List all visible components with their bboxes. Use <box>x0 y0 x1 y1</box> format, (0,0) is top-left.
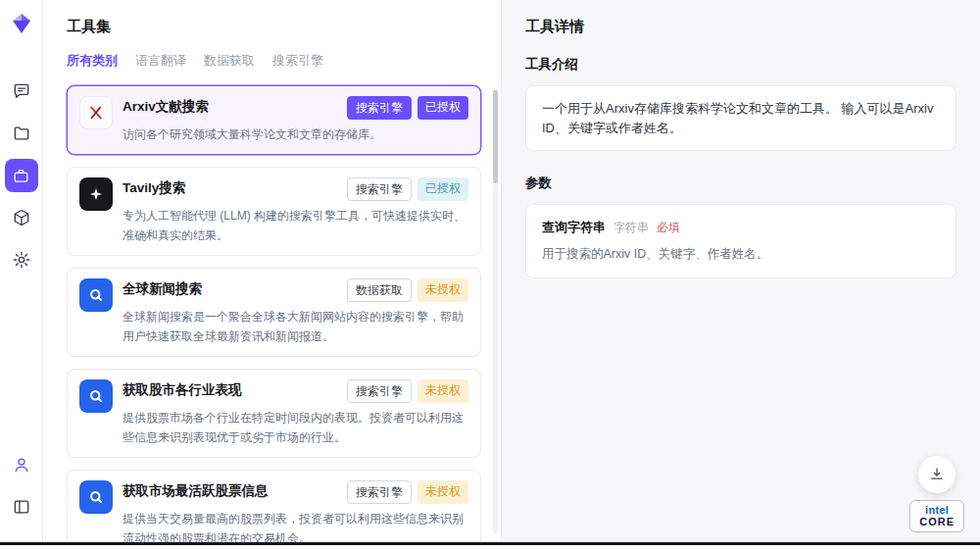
tab-all-categories[interactable]: 所有类别 <box>67 52 118 70</box>
param-type: 字符串 <box>613 220 649 236</box>
params-heading: 参数 <box>525 175 956 192</box>
tool-card-body: Arxiv文献搜索 搜索引擎 已授权 访问各个研究领域大量科学论文和文章的存储库… <box>122 96 468 144</box>
tools-panel: 工具集 所有类别 语言翻译 数据获取 搜索引擎 Arxiv文 <box>43 0 502 542</box>
auth-status-badge: 已授权 <box>417 96 468 120</box>
tool-name: 获取股市各行业表现 <box>122 379 242 399</box>
tool-detail-panel: 工具详情 工具介绍 一个用于从Arxiv存储库搜索科学论文和文章的工具。 输入可… <box>502 0 980 542</box>
auth-status-badge: 未授权 <box>417 278 468 302</box>
category-badge: 搜索引擎 <box>347 480 412 504</box>
scrollbar-thumb[interactable] <box>493 90 498 183</box>
category-badge: 搜索引擎 <box>347 379 412 403</box>
nav-panel-toggle-icon[interactable] <box>5 490 38 524</box>
tab-data-fetch[interactable]: 数据获取 <box>204 52 255 70</box>
finance-provider-logo-icon <box>79 379 113 413</box>
auth-status-badge: 未授权 <box>417 379 468 403</box>
nav-folder-icon[interactable] <box>5 117 38 150</box>
tool-card-body: 全球新闻搜索 数据获取 未授权 全球新闻搜索是一个聚合全球各大新闻网站内容的搜索… <box>122 278 468 346</box>
tool-badges: 数据获取 未授权 <box>347 278 468 302</box>
category-badge: 搜索引擎 <box>347 96 412 120</box>
tool-name: 获取市场最活跃股票信息 <box>122 480 269 500</box>
download-button[interactable] <box>918 456 956 493</box>
tool-description: 专为人工智能代理 (LLM) 构建的搜索引擎工具，可快速提供实时、准确和真实的结… <box>122 207 468 245</box>
tool-card-body: 获取市场最活跃股票信息 搜索引擎 未授权 提供当天交易量最高的股票列表，投资者可… <box>122 480 468 542</box>
tool-badges: 搜索引擎 未授权 <box>347 379 468 403</box>
tool-card-body: 获取股市各行业表现 搜索引擎 未授权 提供股票市场各个行业在特定时间段内的表现。… <box>122 379 468 447</box>
page-title: 工具集 <box>67 18 477 36</box>
tool-card-arxiv[interactable]: Arxiv文献搜索 搜索引擎 已授权 访问各个研究领域大量科学论文和文章的存储库… <box>67 85 481 155</box>
tool-card-body: Tavily搜索 搜索引擎 已授权 专为人工智能代理 (LLM) 构建的搜索引擎… <box>122 177 468 245</box>
arxiv-logo-icon <box>79 96 113 129</box>
tool-card-global-news[interactable]: 全球新闻搜索 数据获取 未授权 全球新闻搜索是一个聚合全球各大新闻网站内容的搜索… <box>67 268 481 357</box>
detail-title: 工具详情 <box>525 18 956 36</box>
param-card: 查询字符串 字符串 必填 用于搜索的Arxiv ID、关键字、作者姓名。 <box>525 204 956 278</box>
tool-name: Tavily搜索 <box>122 177 185 197</box>
auth-status-badge: 未授权 <box>417 480 468 504</box>
tool-list: Arxiv文献搜索 搜索引擎 已授权 访问各个研究领域大量科学论文和文章的存储库… <box>43 83 501 542</box>
tool-description: 访问各个研究领域大量科学论文和文章的存储库。 <box>122 125 468 144</box>
param-description: 用于搜索的Arxiv ID、关键字、作者姓名。 <box>542 245 940 264</box>
nav-box-icon[interactable] <box>5 201 38 234</box>
tavily-logo-icon <box>79 177 113 211</box>
category-tabs: 所有类别 语言翻译 数据获取 搜索引擎 <box>67 52 477 70</box>
tool-card-tavily[interactable]: Tavily搜索 搜索引擎 已授权 专为人工智能代理 (LLM) 构建的搜索引擎… <box>67 167 481 256</box>
tool-name: Arxiv文献搜索 <box>122 96 209 116</box>
tool-intro-text: 一个用于从Arxiv存储库搜索科学论文和文章的工具。 输入可以是Arxiv ID… <box>525 85 956 151</box>
intel-core-badge: intel CORE <box>909 500 964 532</box>
app-logo-icon <box>10 12 33 39</box>
finance-provider-logo-icon <box>79 480 113 514</box>
floating-controls: intel CORE <box>909 456 964 532</box>
icon-rail <box>0 0 43 542</box>
intel-logo-text: intel <box>925 504 949 516</box>
category-badge: 数据获取 <box>347 278 412 302</box>
nav-briefcase-icon[interactable] <box>5 159 38 192</box>
download-icon <box>928 466 946 483</box>
tool-description: 提供股票市场各个行业在特定时间段内的表现。投资者可以利用这些信息来识别表现优于或… <box>122 409 468 447</box>
nav-chat-icon[interactable] <box>5 75 38 108</box>
tab-language-translation[interactable]: 语言翻译 <box>135 52 186 70</box>
tab-search-engine[interactable]: 搜索引擎 <box>272 52 323 70</box>
param-name: 查询字符串 <box>542 219 606 236</box>
app-window: 工具集 所有类别 语言翻译 数据获取 搜索引擎 Arxiv文 <box>0 0 980 545</box>
auth-status-badge: 已授权 <box>417 177 468 201</box>
param-required-flag: 必填 <box>657 220 680 236</box>
tool-badges: 搜索引擎 未授权 <box>347 480 468 504</box>
tool-card-active-stocks[interactable]: 获取市场最活跃股票信息 搜索引擎 未授权 提供当天交易量最高的股票列表，投资者可… <box>67 470 481 542</box>
tool-badges: 搜索引擎 已授权 <box>347 177 468 201</box>
tool-card-sector-performance[interactable]: 获取股市各行业表现 搜索引擎 未授权 提供股票市场各个行业在特定时间段内的表现。… <box>67 369 481 458</box>
tool-badges: 搜索引擎 已授权 <box>347 96 468 120</box>
tool-description: 全球新闻搜索是一个聚合全球各大新闻网站内容的搜索引擎，帮助用户快速获取全球最新资… <box>122 308 468 346</box>
tool-name: 全球新闻搜索 <box>122 278 202 298</box>
core-logo-text: CORE <box>919 516 955 527</box>
intro-heading: 工具介绍 <box>525 56 956 74</box>
tool-description: 提供当天交易量最高的股票列表，投资者可以利用这些信息来识别流动性强的股票和潜在的… <box>122 510 468 542</box>
news-provider-logo-icon <box>79 278 113 312</box>
tools-header: 工具集 所有类别 语言翻译 数据获取 搜索引擎 <box>43 18 501 83</box>
nav-user-icon[interactable] <box>5 448 38 481</box>
category-badge: 搜索引擎 <box>347 177 412 201</box>
nav-settings-icon[interactable] <box>5 243 38 276</box>
